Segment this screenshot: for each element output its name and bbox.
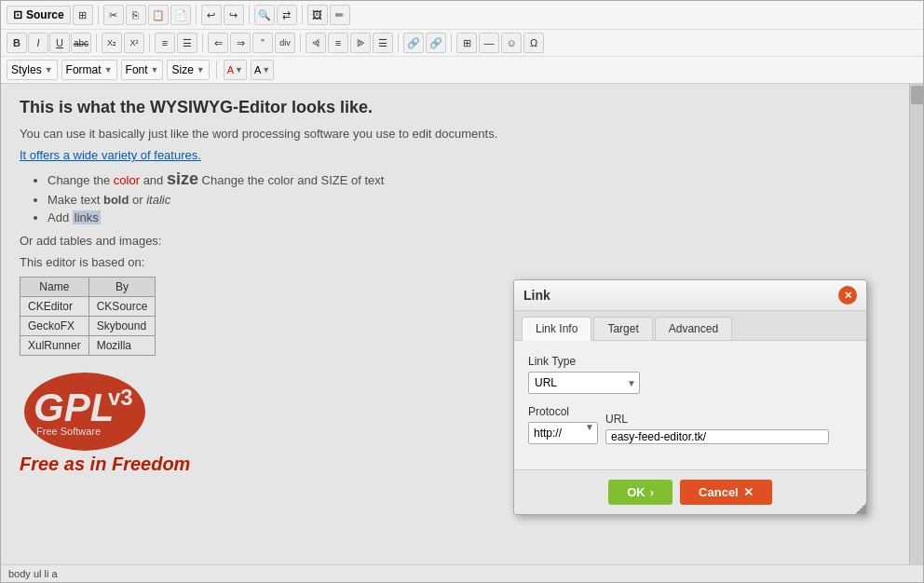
bold-button[interactable]: B [7,33,27,53]
size-select[interactable]: Size ▼ [167,60,209,80]
link-type-select-wrap: URL ▼ [528,372,640,394]
size-arrow: ▼ [197,65,205,75]
font-select[interactable]: Font ▼ [121,60,164,80]
modal-tabs: Link Info Target Advanced [514,311,866,341]
separator5 [96,34,97,52]
protocol-group: Protocol http:// https:// ftp:// ▼ [528,405,598,444]
paste-text-button[interactable]: 📄 [170,5,191,25]
modal-footer: OK › Cancel ✕ [514,469,866,514]
replace-button[interactable]: ⇄ [277,5,297,25]
undo-button[interactable]: ↩ [201,5,222,25]
url-group-container: Protocol http:// https:// ftp:// ▼ [528,405,852,444]
align-center-button[interactable]: ≡ [328,33,348,53]
pen-button[interactable]: ✏ [330,5,350,25]
redo-button[interactable]: ↪ [224,5,244,25]
separator4 [302,6,303,24]
smiley-button[interactable]: ☺ [501,33,522,53]
font-arrow: ▼ [151,65,159,75]
source-icon: ⊡ [13,8,22,21]
styles-select[interactable]: Styles ▼ [7,60,58,80]
format-arrow: ▼ [104,65,113,75]
table-button[interactable]: ⊞ [456,33,477,53]
tab-target[interactable]: Target [593,317,652,340]
size-label: Size [171,63,193,76]
link-type-label: Link Type [528,355,852,368]
separator1 [98,6,99,24]
protocol-label: Protocol [528,405,598,418]
text-format-group: B I U abc [7,33,91,53]
unordered-list-button[interactable]: ☰ [177,33,197,53]
link-type-select[interactable]: URL [528,372,640,394]
modal-title: Link [523,288,550,303]
cut-button[interactable]: ✂ [103,5,124,25]
align-justify-button[interactable]: ☰ [373,33,393,53]
subscript-button[interactable]: X₂ [102,33,122,53]
separator8 [300,34,301,52]
separator9 [398,34,399,52]
editor-body[interactable]: This is what the WYSIWYG-Editor looks li… [1,84,923,564]
font-color-button[interactable]: A ▼ [224,60,247,80]
find-button[interactable]: 🔍 [254,5,275,25]
protocol-select[interactable]: http:// https:// ftp:// [528,422,598,444]
separator2 [196,6,197,24]
outdent-button[interactable]: ⇐ [208,33,228,53]
modal-body: Link Type URL ▼ Protocol [514,341,866,469]
link-button[interactable]: 🔗 [403,33,424,53]
modal-overlay: Link ✕ Link Info Target Advanced Link Ty… [1,84,923,564]
separator6 [149,34,150,52]
source-icon2: ⊞ [73,5,93,25]
special-char-button[interactable]: Ω [523,33,544,53]
format-select[interactable]: Format ▼ [61,60,117,80]
paste-button[interactable]: 📋 [148,5,169,25]
font-color-a: A [227,64,234,75]
tab-advanced[interactable]: Advanced [655,317,732,340]
status-bar: body ul li a [1,564,923,582]
cancel-button[interactable]: Cancel ✕ [680,480,772,505]
font-label: Font [126,63,148,76]
url-input[interactable] [605,429,829,444]
unlink-button[interactable]: 🔗 [426,33,446,53]
highlight-icon: A [254,64,261,75]
styles-label: Styles [11,63,42,76]
protocol-select-wrap: http:// https:// ftp:// ▼ [528,422,598,444]
separator11 [216,61,217,79]
source-button[interactable]: ⊡ Source [7,6,71,24]
copy-button[interactable]: ⎘ [126,5,146,25]
format-label: Format [66,63,102,76]
separator10 [451,34,452,52]
hr-button[interactable]: — [479,33,499,53]
underline-button[interactable]: U [49,33,70,53]
status-bar-path: body ul li a [8,568,58,579]
separator7 [202,34,203,52]
tab-link-info[interactable]: Link Info [522,317,591,341]
image-button[interactable]: 🖼 [307,5,328,25]
div-button[interactable]: div [275,33,295,53]
blockquote-button[interactable]: " [252,33,273,53]
align-left-button[interactable]: ⫷ [306,33,326,53]
toolbar-row3: Styles ▼ Format ▼ Font ▼ Size ▼ A ▼ A ▼ [1,57,923,84]
modal-close-button[interactable]: ✕ [838,286,857,305]
font-color-arrow: ▼ [235,65,243,75]
link-dialog: Link ✕ Link Info Target Advanced Link Ty… [513,279,867,515]
highlight-color-button[interactable]: A ▼ [251,60,274,80]
styles-arrow: ▼ [45,65,53,75]
ok-arrow-icon: › [650,485,654,499]
italic-button[interactable]: I [28,33,48,53]
cancel-label: Cancel [699,485,739,499]
toolbar-row2: B I U abc X₂ X² ≡ ☰ ⇐ ⇒ " div ⫷ ≡ ⫸ ☰ 🔗 … [1,30,923,57]
indent-button[interactable]: ⇒ [230,33,251,53]
editor-container: ⊡ Source ⊞ ✂ ⎘ 📋 📄 ↩ ↪ 🔍 ⇄ 🖼 ✏ B I U abc… [0,0,924,583]
url-form-row: Protocol http:// https:// ftp:// ▼ [528,405,852,444]
ok-button[interactable]: OK › [608,480,673,505]
ordered-list-button[interactable]: ≡ [155,33,175,53]
resize-handle[interactable] [855,503,866,514]
toolbar-row1: ⊡ Source ⊞ ✂ ⎘ 📋 📄 ↩ ↪ 🔍 ⇄ 🖼 ✏ [1,1,923,30]
strike-button[interactable]: abc [71,33,91,53]
source-label: Source [26,8,64,21]
align-right-button[interactable]: ⫸ [350,33,371,53]
ok-label: OK [627,485,645,499]
superscript-button[interactable]: X² [124,33,144,53]
cancel-x-icon: ✕ [743,485,754,499]
highlight-arrow: ▼ [262,65,270,75]
url-label: URL [605,413,852,426]
